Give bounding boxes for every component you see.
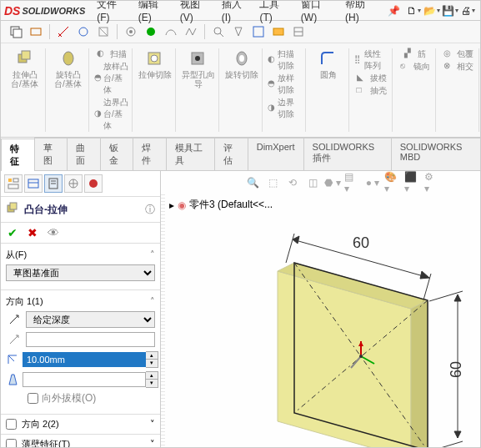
view-settings-icon[interactable]: ⚙ ▾ — [424, 174, 441, 191]
cancel-icon[interactable]: ✖ — [28, 226, 38, 239]
tab-feature[interactable]: 特征 — [1, 138, 35, 171]
dir2-label: 方向 2(2) — [22, 418, 59, 430]
quick-toolbar — [1, 21, 480, 43]
svg-rect-2 — [31, 28, 41, 35]
help-icon[interactable]: ⓘ — [145, 203, 155, 217]
motion-icon[interactable] — [122, 23, 140, 41]
appearance-icon[interactable]: 🎨 ▾ — [384, 174, 401, 191]
section-icon[interactable]: ◫ — [304, 174, 321, 191]
extrude-icon — [6, 202, 21, 217]
prev-view-icon[interactable]: ⟲ — [284, 174, 301, 191]
menu-tools[interactable]: 工具(T) — [259, 0, 290, 23]
app-logo: DSSOLIDWORKS — [4, 4, 85, 18]
svg-point-9 — [214, 28, 221, 34]
menu-window[interactable]: 窗口(W) — [301, 0, 335, 23]
flyout-tree[interactable]: ▸ ◉ 零件3 (Default<<... — [169, 198, 273, 212]
mat-icon[interactable] — [94, 23, 113, 41]
pt-property[interactable] — [44, 174, 63, 193]
menu-edit[interactable]: 编辑(E) — [138, 0, 170, 23]
display-style-icon[interactable]: ▤ ▾ — [344, 174, 361, 191]
end-condition-select[interactable]: 给定深度 — [26, 311, 155, 328]
rg-cut-rev[interactable]: 旋转切除 — [221, 48, 263, 132]
expand-icon[interactable]: ▸ — [169, 199, 174, 211]
section-dir1: 方向 1(1)˄ 给定深度 ▴▾ — [1, 290, 160, 415]
hide-show-icon[interactable]: ● ▾ — [364, 174, 381, 191]
tab-sheetmetal[interactable]: 钣金 — [100, 138, 134, 170]
rg-cut-other[interactable]: ◐扫描切除 ◓放样切除 ◑边界切除 — [264, 48, 306, 132]
cmd1[interactable] — [7, 23, 25, 41]
tab-mold[interactable]: 模具工具 — [166, 138, 215, 170]
cmd2[interactable] — [27, 23, 45, 41]
print-icon[interactable]: 🖨▾ — [461, 3, 475, 18]
v6[interactable] — [289, 23, 308, 41]
rg-extrude[interactable]: 拉伸凸台/基体 — [4, 48, 46, 132]
graphics-viewport[interactable]: 🔍 ⬚ ⟲ ◫ ⬣ ▾ ▤ ▾ ● ▾ 🎨 ▾ ⬛ ▾ ⚙ ▾ ▸ ◉ 零件3 … — [161, 171, 480, 448]
thin-check[interactable] — [6, 439, 17, 448]
tab-mbd[interactable]: SOLIDWORKS MBD — [391, 138, 481, 170]
accept-icon[interactable]: ✔ — [8, 226, 18, 239]
menu-view[interactable]: 视图(V) — [180, 0, 212, 23]
mass-icon[interactable] — [74, 23, 93, 41]
open-icon[interactable]: 📂▾ — [424, 3, 439, 18]
rg-hole[interactable]: 异型孔向导 — [178, 48, 219, 132]
menu-file[interactable]: 文件(F) — [97, 0, 128, 23]
tab-weld[interactable]: 焊件 — [133, 138, 167, 170]
app-name: SOLIDWORKS — [22, 6, 85, 16]
v5[interactable] — [269, 23, 288, 41]
orient-icon[interactable]: ⬣ ▾ — [324, 174, 341, 191]
pin-icon[interactable]: 📌 — [388, 5, 400, 17]
pt-appearance[interactable] — [84, 174, 103, 193]
rg-revolve[interactable]: 旋转凸台/基体 — [48, 48, 89, 132]
tab-evaluate[interactable]: 评估 — [214, 138, 248, 170]
measure-icon[interactable] — [54, 23, 73, 41]
section-dir2[interactable]: 方向 2(2) ˅ — [1, 415, 160, 435]
v4[interactable] — [249, 23, 268, 41]
pt-feature-tree[interactable] — [4, 174, 23, 193]
go-icon[interactable] — [142, 23, 160, 41]
zoom-area-icon[interactable]: ⬚ — [264, 174, 281, 191]
ribbon: 拉伸凸台/基体 旋转凸台/基体 ◐扫描 ◓放样凸台/基体 ◑边界凸台/基体 拉伸… — [1, 43, 480, 138]
depth-input[interactable] — [23, 352, 146, 367]
zoom-fit-icon[interactable]: 🔍 — [244, 174, 261, 191]
tab-surface[interactable]: 曲面 — [67, 138, 101, 170]
rg-pattern[interactable]: ⣿线性阵列 ◣拔模 □抽壳 — [351, 48, 393, 132]
menu-insert[interactable]: 插入(I) — [222, 0, 250, 23]
rg-wrap[interactable]: ◎包覆 ⊗相交 — [438, 48, 479, 132]
rg-cut-extrude[interactable]: 拉伸切除 — [134, 48, 176, 132]
draft-outward-check[interactable] — [28, 393, 38, 404]
svg-line-55 — [429, 441, 463, 448]
menu-help[interactable]: 帮助(H) — [345, 0, 378, 23]
dir2-check[interactable] — [6, 419, 17, 430]
svg-marker-45 — [420, 271, 429, 279]
rg-fillet[interactable]: 圆角 — [308, 48, 349, 132]
rg-sweep[interactable]: ◐扫描 ◓放样凸台/基体 ◑边界凸台/基体 — [91, 48, 133, 132]
preview-icon[interactable]: 👁 — [48, 226, 59, 239]
pt-display[interactable] — [24, 174, 43, 193]
pt-config[interactable] — [64, 174, 83, 193]
sketch-icon[interactable] — [162, 23, 180, 41]
chev-dir1[interactable]: ˄ — [150, 296, 155, 307]
draft-icon[interactable] — [6, 371, 19, 388]
save-icon[interactable]: 💾▾ — [443, 3, 458, 18]
draft-input[interactable] — [23, 372, 146, 387]
section-thin[interactable]: 薄壁特征(T) ˅ — [1, 435, 160, 448]
svg-point-18 — [63, 52, 73, 65]
reverse-icon[interactable] — [6, 311, 23, 328]
draft-spinner[interactable]: ▴▾ — [146, 371, 158, 388]
svg-point-20 — [151, 55, 158, 62]
tab-dimxpert[interactable]: DimXpert — [248, 138, 304, 170]
tab-sketch[interactable]: 草图 — [34, 138, 68, 170]
scene-icon[interactable]: ⬛ ▾ — [404, 174, 421, 191]
v2[interactable] — [182, 23, 200, 41]
direction-input[interactable] — [26, 332, 155, 347]
rg-rib[interactable]: ▞筋 ⎋镜向 — [394, 48, 436, 132]
svg-point-24 — [239, 55, 244, 62]
svg-point-22 — [195, 56, 200, 61]
from-select[interactable]: 草图基准面 — [6, 264, 155, 281]
depth-spinner[interactable]: ▴▾ — [146, 351, 158, 368]
new-icon[interactable]: 🗋▾ — [407, 3, 421, 18]
chev-from[interactable]: ˄ — [150, 249, 155, 260]
tab-addins[interactable]: SOLIDWORKS 插件 — [303, 138, 392, 170]
v3[interactable] — [229, 23, 248, 41]
search-icon[interactable] — [209, 23, 228, 41]
